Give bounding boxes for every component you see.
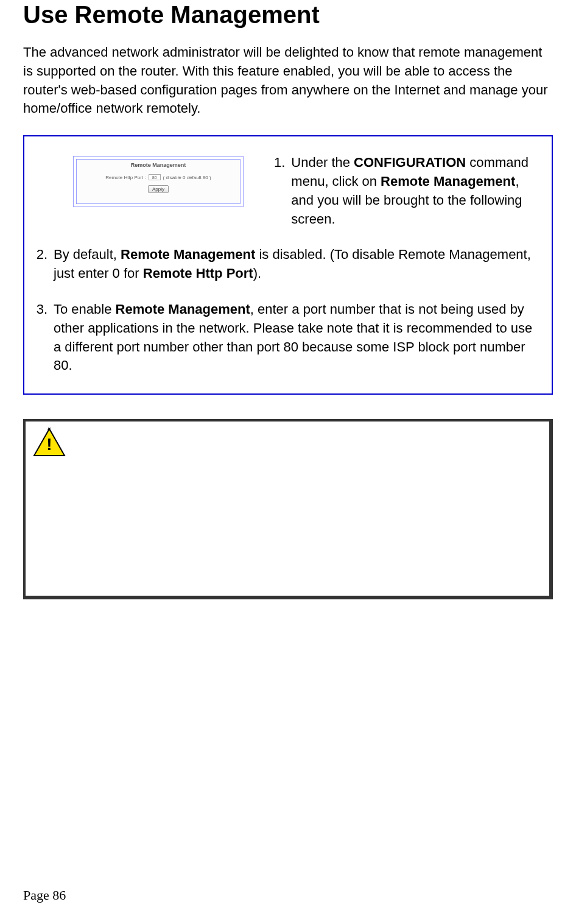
intro-paragraph: The advanced network administrator will … [23,43,553,118]
page-title: Use Remote Management [23,0,553,29]
warning-icon: ! [33,428,66,458]
screenshot-thumbnail: Remote Management Remote Http Port : 80 … [43,153,262,228]
thumb-field-hint: ( disable 0 default 80 ) [163,175,211,180]
page-number: Page 86 [23,887,66,903]
thumb-apply-button: Apply [148,185,169,193]
step-2-bold-1: Remote Management [121,247,255,262]
instruction-box: Remote Management Remote Http Port : 80 … [23,135,553,395]
step-2-text-c: ). [253,266,261,281]
svg-text:!: ! [46,435,52,454]
step-2: 2. By default, Remote Management is disa… [33,245,533,283]
step-3-bold-1: Remote Management [116,302,250,317]
step-3-marker: 3. [33,300,47,375]
step-3-text-a: To enable [54,302,116,317]
warning-box: ! [23,419,553,599]
thumb-heading: Remote Management [131,162,186,168]
step-1: 1. Under the CONFIGURATION command menu,… [274,153,533,228]
step-2-marker: 2. [33,245,47,283]
thumb-field-label: Remote Http Port : [105,175,146,180]
step-2-text-a: By default, [54,247,121,262]
step-3: 3. To enable Remote Management, enter a … [33,300,533,375]
step-1-bold-2: Remote Management [381,174,515,189]
step-1-text-a: Under the [291,155,354,170]
step-2-bold-2: Remote Http Port [143,266,253,281]
step-1-bold-1: CONFIGURATION [354,155,466,170]
thumb-field-value: 80 [149,174,161,180]
step-1-marker: 1. [274,153,285,228]
